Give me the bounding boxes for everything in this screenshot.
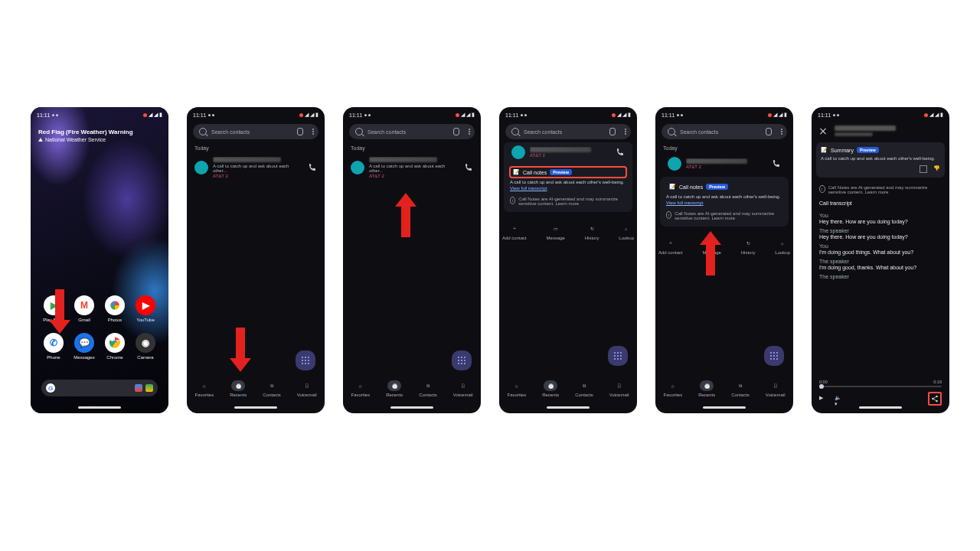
call-entry[interactable]: A call to catch up and ask about each ot… xyxy=(187,154,325,181)
call-notes-summary: A call to catch up and ask about each ot… xyxy=(666,194,782,207)
call-entry[interactable]: A call to catch up and ask about each ot… xyxy=(343,154,481,181)
section-today: Today xyxy=(655,142,793,154)
call-entry-expanded[interactable]: AT&T 2 xyxy=(504,142,632,162)
notification-card[interactable]: Red Flag (Fire Weather) Warning National… xyxy=(38,129,161,143)
phone-call-detail-transcript-highlight: 11:11 ◢◢▮ Search contacts Today AT&T 2 📝… xyxy=(655,107,793,413)
action-history[interactable]: ↻History xyxy=(741,238,756,255)
nav-recents[interactable]: 🕘Recents xyxy=(386,380,403,397)
action-history[interactable]: ↻History xyxy=(585,223,599,240)
speaker-output-icon[interactable]: 🔈▾ xyxy=(835,395,842,403)
search-contacts-input[interactable]: Search contacts xyxy=(193,124,318,139)
share-button[interactable] xyxy=(928,392,942,406)
app-messages[interactable]: 💬Messages xyxy=(69,333,100,360)
info-icon: i xyxy=(510,197,515,204)
mic-icon[interactable] xyxy=(135,384,142,392)
call-entry-expanded[interactable]: AT&T 2 xyxy=(660,154,789,174)
mic-icon[interactable] xyxy=(453,128,459,135)
lens-icon[interactable] xyxy=(145,384,153,392)
contact-name-redacted xyxy=(530,147,591,152)
app-play-store[interactable]: ▶Play Store xyxy=(38,295,69,322)
app-camera[interactable]: ◉Camera xyxy=(130,333,161,360)
action-lookup[interactable]: ⌕Lookup xyxy=(619,223,634,240)
wifi-icon: ◢ xyxy=(149,112,152,118)
status-bar: 11:11 ◢◢▮ xyxy=(812,107,949,121)
action-message[interactable]: ▭Message xyxy=(703,238,721,255)
app-photos[interactable]: Photos xyxy=(100,295,130,322)
view-transcript-link[interactable]: View full transcript xyxy=(666,201,704,205)
contact-detail-redacted xyxy=(835,132,873,136)
dialpad-fab[interactable] xyxy=(608,346,628,366)
nav-favorites[interactable]: ☆Favorites xyxy=(663,380,682,397)
gesture-bar[interactable] xyxy=(547,406,590,409)
thumbs-down-icon[interactable]: 👎 xyxy=(933,165,940,173)
contact-name-redacted xyxy=(369,157,437,162)
more-icon[interactable] xyxy=(625,129,626,135)
search-contacts-input[interactable]: Search contacts xyxy=(505,124,631,139)
notification-source: National Weather Service xyxy=(45,136,106,143)
nav-voicemail[interactable]: ⌼Voicemail xyxy=(297,380,317,397)
gesture-bar[interactable] xyxy=(78,406,121,409)
avatar xyxy=(194,161,208,174)
more-icon[interactable] xyxy=(469,129,470,135)
avatar xyxy=(511,145,525,159)
search-icon xyxy=(355,128,363,135)
section-today: Today xyxy=(187,142,325,154)
nav-contacts[interactable]: ⧉Contacts xyxy=(419,380,437,397)
nav-recents[interactable]: 🕘Recents xyxy=(542,380,559,397)
view-transcript-link[interactable]: View full transcript xyxy=(510,186,547,191)
phone-icon[interactable] xyxy=(464,163,473,172)
nav-contacts[interactable]: ⧉Contacts xyxy=(263,380,281,397)
mic-icon[interactable] xyxy=(609,128,616,135)
google-search-bar[interactable]: G xyxy=(41,380,158,396)
app-phone[interactable]: ✆Phone xyxy=(38,333,69,360)
search-contacts-input[interactable]: Search contacts xyxy=(662,124,787,139)
mic-icon[interactable] xyxy=(766,128,772,135)
app-chrome[interactable]: Chrome xyxy=(100,333,130,360)
nav-favorites[interactable]: ☆Favorites xyxy=(507,380,526,397)
nav-voicemail[interactable]: ⌼Voicemail xyxy=(609,380,629,397)
nav-favorites[interactable]: ☆Favorites xyxy=(351,380,370,397)
dialpad-fab[interactable] xyxy=(296,350,315,370)
dialpad-fab[interactable] xyxy=(452,350,472,370)
action-message[interactable]: ▭Message xyxy=(547,223,565,240)
seek-bar[interactable] xyxy=(819,386,942,387)
gesture-bar[interactable] xyxy=(390,406,433,409)
nav-contacts[interactable]: ⧉Contacts xyxy=(575,380,593,397)
search-icon xyxy=(511,128,519,135)
phone-icon[interactable] xyxy=(308,163,317,172)
nav-recents[interactable]: 🕘Recents xyxy=(698,380,715,397)
nav-recents[interactable]: 🕘Recents xyxy=(230,380,247,397)
play-icon[interactable]: ▶ xyxy=(819,395,827,403)
nav-contacts[interactable]: ⧉Contacts xyxy=(731,380,750,397)
action-lookup[interactable]: ⌕Lookup xyxy=(775,238,790,255)
seek-knob[interactable] xyxy=(819,384,824,389)
mic-icon[interactable] xyxy=(297,128,303,135)
gesture-bar[interactable] xyxy=(234,406,277,409)
phone-icon[interactable] xyxy=(772,159,781,168)
app-youtube[interactable]: ▶YouTube xyxy=(130,295,161,322)
call-notes-button[interactable]: 📝 Call notes Preview xyxy=(666,181,782,192)
gesture-bar[interactable] xyxy=(703,406,746,409)
annotation-arrow xyxy=(397,191,415,237)
summary-text: A call to catch up and ask about each ot… xyxy=(821,156,940,162)
search-contacts-input[interactable]: Search contacts xyxy=(349,124,475,139)
call-notes-button[interactable]: 📝 Call notes Preview xyxy=(510,167,626,178)
more-icon[interactable] xyxy=(781,129,782,135)
action-add-contact[interactable]: ＋Add contact xyxy=(502,223,527,240)
contact-name-redacted xyxy=(835,126,896,131)
copy-icon[interactable] xyxy=(920,165,927,173)
app-gmail[interactable]: MGmail xyxy=(69,295,100,322)
notes-icon: 📝 xyxy=(669,184,676,190)
gesture-bar[interactable] xyxy=(859,406,902,409)
more-icon[interactable] xyxy=(312,129,314,135)
transcript-section-label: Call transcript xyxy=(812,197,949,209)
close-icon[interactable] xyxy=(819,127,827,135)
nav-voicemail[interactable]: ⌼Voicemail xyxy=(453,380,473,397)
dialpad-fab[interactable] xyxy=(764,346,784,366)
bottom-nav: ☆Favorites 🕘Recents ⧉Contacts ⌼Voicemail xyxy=(499,373,637,404)
phone-icon[interactable] xyxy=(616,148,625,157)
action-add-contact[interactable]: ＋Add contact xyxy=(658,238,683,255)
preview-badge: Preview xyxy=(857,147,879,153)
nav-voicemail[interactable]: ⌼Voicemail xyxy=(766,380,786,397)
nav-favorites[interactable]: ☆Favorites xyxy=(194,380,214,397)
